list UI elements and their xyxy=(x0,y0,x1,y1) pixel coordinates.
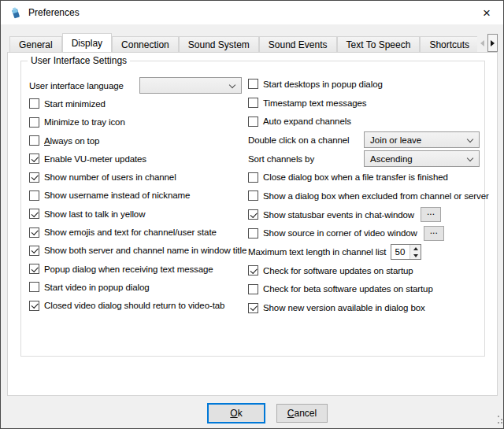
statusbar-events-row: Show statusbar events in chat-window ... xyxy=(248,205,494,224)
preferences-dialog: Preferences × GeneralDisplayConnectionSo… xyxy=(0,0,504,429)
app-icon xyxy=(9,6,22,20)
checkbox-start-minimized[interactable] xyxy=(29,98,39,109)
language-row: User interface language xyxy=(29,76,250,94)
max-text-length-row: Maximum text length in channel list 50 xyxy=(248,242,494,261)
tab-display[interactable]: Display xyxy=(62,33,112,52)
checkbox-row-video-popup[interactable]: Start video in popup dialog xyxy=(29,278,250,296)
checkbox-row-emojis[interactable]: Show emojis and text for channel/user st… xyxy=(29,223,250,241)
tab-bar: GeneralDisplayConnectionSound SystemSoun… xyxy=(7,33,477,52)
checkbox-closed-video[interactable] xyxy=(29,301,39,311)
checkbox-row-minimize-to-tray[interactable]: Minimize to tray icon xyxy=(29,113,250,131)
checkbox-beta-updates[interactable] xyxy=(248,284,258,294)
checkbox-row-excluded-dialog[interactable]: Show a dialog box when excluded from cha… xyxy=(248,187,494,205)
checkbox-desktops-popup[interactable] xyxy=(248,79,258,89)
max-text-length-spinner[interactable]: 50 xyxy=(391,244,421,260)
checkbox-close-file-transfer[interactable] xyxy=(248,172,258,183)
checkbox-row-desktops-popup[interactable]: Start desktops in popup dialog xyxy=(248,75,494,94)
preferences-tab-widget: GeneralDisplayConnectionSound SystemSoun… xyxy=(7,33,498,396)
window-title: Preferences xyxy=(28,7,80,18)
right-settings-column: Start desktops in popup dialog Timestamp… xyxy=(248,75,494,317)
checkbox-username-instead[interactable] xyxy=(29,190,39,201)
language-label: User interface language xyxy=(29,81,139,91)
checkbox-video-popup[interactable] xyxy=(29,282,39,292)
checkbox-row-always-on-top[interactable]: Always on top xyxy=(29,131,250,150)
checkbox-window-title[interactable] xyxy=(29,246,39,256)
user-interface-settings-group: User Interface Settings User interface l… xyxy=(20,61,485,357)
group-title: User Interface Settings xyxy=(28,55,130,66)
checkbox-row-auto-expand[interactable]: Auto expand channels xyxy=(248,112,494,131)
checkbox-user-count[interactable] xyxy=(29,172,39,183)
tab-sound-events[interactable]: Sound Events xyxy=(259,36,337,52)
checkbox-row-last-to-talk[interactable]: Show last to talk in yellow xyxy=(29,205,250,223)
title-bar: Preferences × xyxy=(1,1,503,24)
checkbox-row-close-file-transfer[interactable]: Close dialog box when a file transfer is… xyxy=(248,168,494,187)
tab-scroll-left-icon[interactable] xyxy=(477,34,487,52)
spin-up-icon[interactable] xyxy=(410,245,421,252)
resize-grip-icon[interactable] xyxy=(491,416,499,424)
tab-scroll-buttons xyxy=(477,34,498,52)
checkbox-statusbar-events[interactable] xyxy=(248,209,258,220)
checkbox-vu-meter[interactable] xyxy=(29,153,39,164)
double-click-label: Double click on a channel xyxy=(248,135,364,145)
checkbox-always-on-top[interactable] xyxy=(29,135,39,146)
checkbox-row-closed-video[interactable]: Closed video dialog should return to vid… xyxy=(29,297,250,315)
close-icon[interactable]: × xyxy=(478,6,495,20)
checkbox-new-version-dialog[interactable] xyxy=(248,303,258,313)
tab-scroll-right-icon[interactable] xyxy=(487,34,498,52)
sort-channels-select[interactable]: Ascending xyxy=(364,150,480,167)
checkbox-row-vu-meter[interactable]: Enable VU-meter updates xyxy=(29,150,250,168)
chevron-down-icon xyxy=(229,82,235,88)
checkbox-last-to-talk[interactable] xyxy=(29,209,39,219)
checkbox-software-updates[interactable] xyxy=(248,265,258,276)
spin-down-icon[interactable] xyxy=(410,252,421,259)
chevron-down-icon xyxy=(467,155,473,161)
checkbox-excluded-dialog[interactable] xyxy=(248,190,258,201)
double-click-select[interactable]: Join or leave xyxy=(364,131,480,148)
sort-channels-label: Sort channels by xyxy=(248,154,364,164)
max-text-length-label: Maximum text length in channel list xyxy=(248,247,386,257)
sort-channels-row: Sort channels by Ascending xyxy=(248,150,494,168)
tab-connection[interactable]: Connection xyxy=(112,36,179,52)
left-settings-column: User interface language Start minimized … xyxy=(29,76,250,315)
chevron-down-icon xyxy=(467,136,473,142)
tab-general[interactable]: General xyxy=(9,36,62,52)
checkbox-row-start-minimized[interactable]: Start minimized xyxy=(29,94,250,113)
checkbox-row-window-title[interactable]: Show both server and channel name in win… xyxy=(29,242,250,260)
tab-sound-system[interactable]: Sound System xyxy=(179,36,259,52)
checkbox-video-source[interactable] xyxy=(248,228,258,239)
checkbox-row-popup-text-message[interactable]: Popup dialog when receiving text message xyxy=(29,260,250,278)
tab-shortcuts[interactable]: Shortcuts xyxy=(420,36,477,52)
double-click-row: Double click on a channel Join or leave xyxy=(248,131,494,150)
checkbox-row-timestamp[interactable]: Timestamp text messages xyxy=(248,94,494,113)
checkbox-popup-text-message[interactable] xyxy=(29,264,39,274)
ok-button[interactable]: Ok xyxy=(207,403,265,423)
checkbox-timestamp[interactable] xyxy=(248,98,258,108)
video-source-more-button[interactable]: ... xyxy=(424,226,444,241)
checkbox-row-software-updates[interactable]: Check for software updates on startup xyxy=(248,261,494,280)
checkbox-row-beta-updates[interactable]: Check for beta software updates on start… xyxy=(248,280,494,299)
display-tab-page: User Interface Settings User interface l… xyxy=(7,52,498,396)
statusbar-events-more-button[interactable]: ... xyxy=(421,207,441,222)
checkbox-minimize-to-tray[interactable] xyxy=(29,117,39,128)
cancel-button[interactable]: Cancel xyxy=(276,404,328,423)
checkbox-row-user-count[interactable]: Show number of users in channel xyxy=(29,168,250,186)
checkbox-emojis[interactable] xyxy=(29,227,39,238)
checkbox-row-username-instead[interactable]: Show username instead of nickname xyxy=(29,187,250,205)
checkbox-auto-expand[interactable] xyxy=(248,116,258,127)
video-source-row: Show source in corner of video window ..… xyxy=(248,224,494,243)
checkbox-row-new-version-dialog[interactable]: Show new version available in dialog box xyxy=(248,298,494,317)
tab-text-to-speech[interactable]: Text To Speech xyxy=(337,36,421,52)
language-select[interactable] xyxy=(139,77,242,94)
